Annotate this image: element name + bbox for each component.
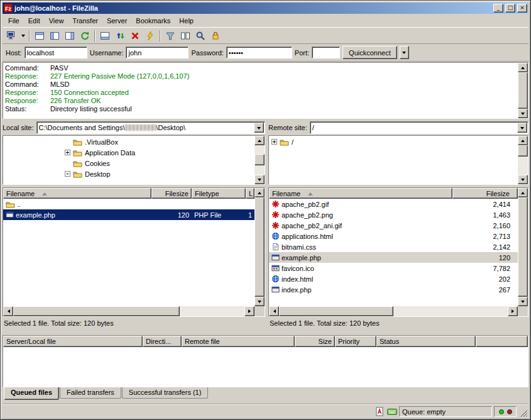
scroll-thumb[interactable] xyxy=(13,306,180,316)
column-header-priority[interactable]: Priority xyxy=(335,336,376,347)
scroll-down-button[interactable] xyxy=(518,109,528,118)
scroll-up-button[interactable] xyxy=(518,188,528,197)
filezilla-window: Fz john@localhost - FileZilla _ □ × File… xyxy=(0,0,531,420)
sync-browse-button[interactable] xyxy=(208,29,223,43)
quickconnect-button[interactable]: Quickconnect xyxy=(342,46,397,59)
tab-successful-transfers[interactable]: Successful transfers (1) xyxy=(122,387,209,399)
menu-server[interactable]: Server xyxy=(102,15,131,26)
scroll-left-button[interactable] xyxy=(269,306,279,316)
filename: applications.html xyxy=(282,233,333,240)
menu-view[interactable]: View xyxy=(45,15,68,26)
column-header-status[interactable]: Status xyxy=(376,336,476,347)
tree-item[interactable]: Cookies xyxy=(3,158,255,169)
column-header-remote-file[interactable]: Remote file xyxy=(182,336,295,347)
expand-icon[interactable]: + xyxy=(65,150,70,155)
menu-transfer[interactable]: Transfer xyxy=(68,15,102,26)
collapse-icon[interactable]: - xyxy=(65,171,70,177)
scroll-down-button[interactable] xyxy=(255,297,265,306)
menu-file[interactable]: File xyxy=(4,15,24,26)
menu-help[interactable]: Help xyxy=(175,15,198,26)
quickconnect-dropdown-button[interactable] xyxy=(400,46,409,59)
local-site-combo[interactable]: C:\Documents and Settings\\Desktop\ xyxy=(36,121,265,134)
table-row[interactable]: applications.html 2,713 xyxy=(269,231,518,241)
port-input[interactable] xyxy=(312,47,340,58)
tab-failed-transfers[interactable]: Failed transfers xyxy=(60,387,121,399)
column-header-filename[interactable]: Filename xyxy=(269,188,452,199)
tree-item[interactable]: .VirtualBox xyxy=(3,136,255,147)
site-manager-button[interactable] xyxy=(4,29,19,43)
arrow-up-icon xyxy=(258,138,261,142)
toggle-remote-tree-button[interactable] xyxy=(62,29,77,43)
scroll-thumb[interactable] xyxy=(255,197,265,297)
username-input[interactable] xyxy=(126,47,189,58)
column-header-filesize[interactable]: Filesize xyxy=(452,188,518,199)
folder-icon xyxy=(73,170,82,178)
compare-button[interactable] xyxy=(178,29,193,43)
scroll-left-button[interactable] xyxy=(3,306,13,316)
filter-button[interactable] xyxy=(163,29,178,43)
table-row[interactable]: apache_pb2.png 1,463 xyxy=(269,209,518,220)
refresh-button[interactable] xyxy=(77,29,92,43)
resize-grip[interactable] xyxy=(518,408,528,417)
site-manager-dropdown-button[interactable] xyxy=(19,29,27,43)
close-button[interactable]: × xyxy=(517,4,527,13)
scroll-down-button[interactable] xyxy=(255,175,265,184)
scroll-down-button[interactable] xyxy=(518,175,528,184)
search-button[interactable] xyxy=(193,29,208,43)
column-header-server-local-file[interactable]: Server/Local file xyxy=(3,336,143,347)
toggle-local-tree-button[interactable] xyxy=(47,29,62,43)
table-row[interactable]: apache_pb2.gif 2,414 xyxy=(269,199,518,209)
disconnect-button[interactable] xyxy=(143,29,158,43)
tab-queued-files[interactable]: Queued files xyxy=(4,387,59,400)
toggle-message-log-button[interactable] xyxy=(32,29,47,43)
table-row[interactable]: example.php 120 xyxy=(269,252,518,263)
column-header-direction[interactable]: Directi... xyxy=(143,336,182,347)
scroll-up-button[interactable] xyxy=(518,63,528,72)
column-header-last-modified[interactable]: L xyxy=(246,188,255,199)
remote-pane: Remote site: / + / xyxy=(268,121,528,329)
scroll-thumb[interactable] xyxy=(518,72,528,109)
table-row[interactable]: bitnami.css 2,142 xyxy=(269,241,518,252)
column-header-filesize[interactable]: Filesize xyxy=(151,188,192,199)
scroll-thumb[interactable] xyxy=(279,306,393,316)
column-header-size[interactable]: Size xyxy=(295,336,335,347)
remote-site-dropdown-button[interactable] xyxy=(517,123,527,133)
table-row[interactable]: example.php 120 PHP File 1 xyxy=(3,209,255,220)
scroll-right-button[interactable] xyxy=(244,306,255,316)
table-row[interactable]: apache_pb2_ani.gif 2,160 xyxy=(269,220,518,231)
tree-item[interactable]: + / xyxy=(269,136,518,147)
toggle-queue-button[interactable] xyxy=(97,29,112,43)
cancel-button[interactable] xyxy=(128,29,143,43)
maximize-button[interactable]: □ xyxy=(505,4,515,13)
host-input[interactable] xyxy=(25,47,87,58)
process-queue-button[interactable] xyxy=(112,29,128,43)
table-row[interactable]: .. xyxy=(3,199,255,209)
tree-item-label: Application Data xyxy=(85,149,135,157)
ico-file-icon xyxy=(271,264,280,272)
tree-item[interactable]: + Application Data xyxy=(3,147,255,158)
scroll-up-button[interactable] xyxy=(255,188,265,197)
log-line-label: Status: xyxy=(5,105,50,113)
scroll-up-button[interactable] xyxy=(255,136,265,145)
expand-icon[interactable]: + xyxy=(271,139,277,145)
log-line: Response:150 Connection accepted xyxy=(5,89,516,97)
scroll-thumb[interactable] xyxy=(518,197,528,297)
minimize-button[interactable]: _ xyxy=(493,4,503,13)
password-input[interactable] xyxy=(226,47,292,58)
tree-item[interactable]: - Desktop xyxy=(3,169,255,179)
menu-edit[interactable]: Edit xyxy=(24,15,45,26)
scroll-thumb[interactable] xyxy=(255,154,265,165)
table-row[interactable]: index.php 267 xyxy=(269,284,518,295)
menu-bookmarks[interactable]: Bookmarks xyxy=(131,15,175,26)
local-site-dropdown-button[interactable] xyxy=(254,123,264,133)
scroll-thumb[interactable] xyxy=(518,145,528,157)
column-header-filename[interactable]: Filename xyxy=(3,188,151,199)
scroll-down-button[interactable] xyxy=(518,297,528,306)
table-row[interactable]: favicon.ico 7,782 xyxy=(269,263,518,274)
scroll-track xyxy=(279,306,508,316)
scroll-right-button[interactable] xyxy=(508,306,518,316)
table-row[interactable]: index.html 202 xyxy=(269,274,518,284)
remote-site-combo[interactable]: / xyxy=(310,121,528,134)
column-header-filetype[interactable]: Filetype xyxy=(192,188,246,199)
scroll-up-button[interactable] xyxy=(518,136,528,145)
